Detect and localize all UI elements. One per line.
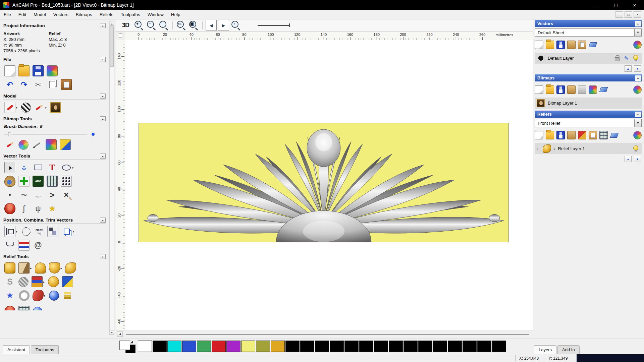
create-star-icon[interactable] <box>47 203 58 214</box>
palette-swatch-20[interactable] <box>433 341 447 352</box>
create-cross-icon[interactable] <box>18 176 30 187</box>
relief-layer-name[interactable]: Relief Layer 1 <box>558 146 629 151</box>
tab-assistant[interactable]: Assistant <box>3 345 30 354</box>
bitmap-layer-name[interactable]: Bitmap Layer 1 <box>548 101 640 106</box>
bitmap-layer-icon[interactable] <box>537 99 545 107</box>
bitmap-options-icon[interactable] <box>578 85 586 94</box>
save-vector-layer-icon[interactable] <box>556 41 565 49</box>
brush-diameter-slider[interactable] <box>4 131 97 137</box>
collapse-model-button[interactable]: ▲ <box>100 94 106 99</box>
vector-layer-name[interactable]: Default Layer <box>548 56 610 61</box>
collapse-file-button[interactable]: ▲ <box>100 57 106 62</box>
scroll-up-button[interactable]: ▲ <box>110 21 114 26</box>
create-point-icon[interactable] <box>4 189 15 200</box>
page-left-icon[interactable] <box>206 20 217 31</box>
texture-wizard-icon[interactable] <box>18 290 30 301</box>
move-vector-layer-up-button[interactable]: ▲ <box>625 65 632 72</box>
align-vectors-icon[interactable] <box>47 226 58 237</box>
scroll-left-button[interactable]: ◀ <box>117 331 123 337</box>
collapse-relief-tools-button[interactable]: ▲ <box>100 254 106 259</box>
open-vector-layer-icon[interactable] <box>546 41 554 49</box>
relief-grid-icon[interactable] <box>599 131 608 139</box>
minimize-button[interactable]: – <box>588 0 606 10</box>
palette-swatch-14[interactable] <box>344 341 359 352</box>
page-right-icon[interactable] <box>218 20 229 31</box>
swept-profile-icon[interactable] <box>33 290 44 301</box>
sculpting-icon[interactable] <box>18 262 30 274</box>
slider-handle[interactable] <box>8 132 11 136</box>
collapse-vectors-button[interactable]: ▲ <box>635 21 641 26</box>
paste-along-curve-icon[interactable] <box>47 176 58 187</box>
relief-layer-row[interactable]: + ▸ Relief Layer 1 <box>535 143 642 154</box>
fit-curve-icon[interactable] <box>18 203 30 214</box>
palette-swatch-18[interactable] <box>404 341 418 352</box>
close-button[interactable]: × <box>625 0 644 10</box>
tab-toolpaths[interactable]: Toolpaths <box>31 345 59 354</box>
palette-swatch-7[interactable] <box>241 341 255 352</box>
draw-colour-icon[interactable] <box>18 140 29 150</box>
lock-layer-icon[interactable] <box>613 54 621 62</box>
edit-layer-icon[interactable] <box>622 54 631 62</box>
zoom-window-icon[interactable]: ▫ <box>230 20 241 31</box>
relief-layer-icon[interactable] <box>543 144 551 153</box>
transform-vectors-icon[interactable] <box>18 162 30 173</box>
collapse-position-tools-button[interactable]: ▲ <box>100 218 106 223</box>
collapse-vector-tools-button[interactable]: ▲ <box>100 154 106 159</box>
palette-swatch-3[interactable] <box>182 341 196 352</box>
smooth-relief-icon[interactable] <box>35 262 46 274</box>
spiral-tool-icon[interactable] <box>33 240 44 251</box>
menu-edit[interactable]: Edit <box>15 10 30 19</box>
relief-dropdown-arrow-icon[interactable]: ▼ <box>634 119 641 127</box>
primary-colour[interactable] <box>119 341 130 350</box>
menu-bitmaps[interactable]: Bitmaps <box>72 10 96 19</box>
save-bitmap-layer-icon[interactable] <box>556 85 565 94</box>
zoom-fit-icon[interactable]: ▣ <box>188 20 199 31</box>
rotate-copy-icon[interactable] <box>21 226 32 237</box>
open-bitmap-layer-icon[interactable] <box>546 85 554 94</box>
cut-icon[interactable] <box>33 79 44 90</box>
open-relief-layer-icon[interactable] <box>546 131 554 139</box>
palette-swatch-13[interactable] <box>330 341 344 352</box>
zoom-1to1-icon[interactable]: 1:1 <box>176 20 187 31</box>
palette-swatch-19[interactable] <box>418 341 432 352</box>
palette-swatch-8[interactable] <box>256 341 270 352</box>
move-relief-layer-up-button[interactable]: ▲ <box>625 156 632 162</box>
palette-swatch-2[interactable] <box>167 341 181 352</box>
new-vector-layer-icon[interactable] <box>535 41 543 49</box>
menu-toolpaths[interactable]: Toolpaths <box>117 10 144 19</box>
scrollbar-track-line[interactable] <box>126 334 529 335</box>
mdi-close-button[interactable]: × <box>634 11 641 18</box>
sheet-dropdown[interactable]: Default Sheet ▼ <box>535 28 642 37</box>
relief-library-dropdown-arrow[interactable]: ▸ <box>43 280 45 284</box>
constant-height-icon[interactable] <box>62 276 73 287</box>
scrollbar-thumb[interactable] <box>110 26 114 67</box>
copy-objects-dropdown-arrow[interactable]: ▸ <box>73 230 75 233</box>
texture-relief-dropdown-arrow[interactable]: ▸ <box>61 266 62 270</box>
menu-help[interactable]: Help <box>167 10 184 19</box>
zoom-in-icon[interactable]: + <box>133 20 145 31</box>
text-block-icon[interactable] <box>33 176 44 187</box>
line-width-control[interactable] <box>258 23 290 27</box>
menu-window[interactable]: Window <box>144 10 167 19</box>
create-bezier-icon[interactable] <box>33 189 44 200</box>
palette-swatch-23[interactable] <box>477 341 491 352</box>
export-relief-icon[interactable] <box>589 131 597 139</box>
redo-icon[interactable] <box>18 79 30 90</box>
new-relief-layer-icon[interactable] <box>535 131 543 139</box>
palette-swatch-1[interactable] <box>153 341 167 352</box>
scroll-down-button[interactable]: ▼ <box>110 330 114 335</box>
clipped-tool-c-icon[interactable] <box>33 307 43 310</box>
relief-layer-options-icon[interactable] <box>633 131 642 139</box>
node-editing-icon[interactable] <box>61 189 72 200</box>
wrap-vectors-icon[interactable] <box>18 240 30 251</box>
palette-swatch-0[interactable] <box>138 341 152 352</box>
create-rectangle-icon[interactable] <box>33 162 44 173</box>
collapse-bitmaps-button[interactable]: ▲ <box>635 75 641 81</box>
sculpting-dropdown-arrow[interactable]: ▸ <box>30 266 32 270</box>
relief-visibility-icon[interactable] <box>632 144 640 153</box>
slider-colour-dot[interactable] <box>92 133 95 136</box>
import-bitmap-icon[interactable] <box>567 85 576 94</box>
two-rail-sweep-icon[interactable] <box>4 276 15 287</box>
palette-swatch-15[interactable] <box>359 341 373 352</box>
create-disc-icon[interactable] <box>4 203 15 214</box>
